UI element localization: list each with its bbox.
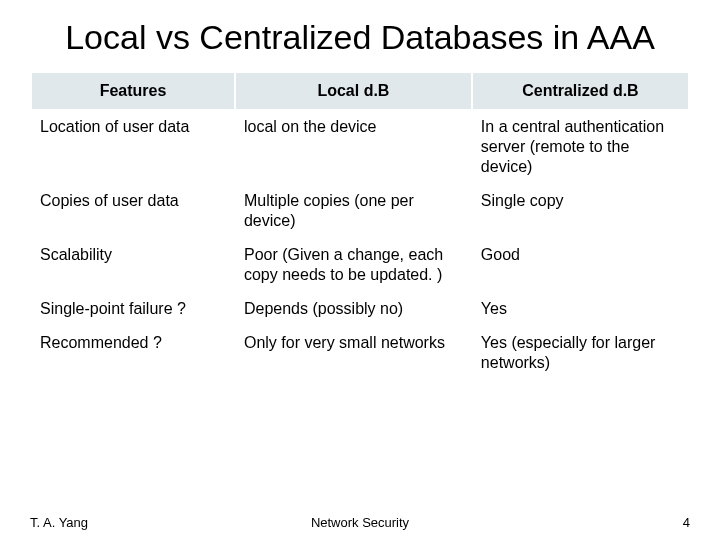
- footer-topic: Network Security: [311, 515, 409, 530]
- cell-feature: Scalability: [31, 238, 235, 292]
- slide-title: Local vs Centralized Databases in AAA: [30, 18, 690, 57]
- col-header-features: Features: [31, 72, 235, 110]
- table-row: Recommended ? Only for very small networ…: [31, 326, 689, 380]
- footer-page-number: 4: [683, 515, 690, 530]
- cell-feature: Recommended ?: [31, 326, 235, 380]
- cell-central: Single copy: [472, 184, 689, 238]
- cell-central: Good: [472, 238, 689, 292]
- cell-local: Multiple copies (one per device): [235, 184, 472, 238]
- cell-central: Yes (especially for larger networks): [472, 326, 689, 380]
- footer-author: T. A. Yang: [30, 515, 88, 530]
- cell-feature: Single-point failure ?: [31, 292, 235, 326]
- cell-central: In a central authentication server (remo…: [472, 110, 689, 184]
- col-header-central: Centralized d.B: [472, 72, 689, 110]
- cell-local: Depends (possibly no): [235, 292, 472, 326]
- cell-feature: Location of user data: [31, 110, 235, 184]
- table-row: Single-point failure ? Depends (possibly…: [31, 292, 689, 326]
- table-row: Scalability Poor (Given a change, each c…: [31, 238, 689, 292]
- cell-local: Only for very small networks: [235, 326, 472, 380]
- table-row: Location of user data local on the devic…: [31, 110, 689, 184]
- slide: Local vs Centralized Databases in AAA Fe…: [0, 0, 720, 540]
- comparison-table: Features Local d.B Centralized d.B Locat…: [30, 71, 690, 381]
- table-row: Copies of user data Multiple copies (one…: [31, 184, 689, 238]
- col-header-local: Local d.B: [235, 72, 472, 110]
- cell-local: Poor (Given a change, each copy needs to…: [235, 238, 472, 292]
- cell-central: Yes: [472, 292, 689, 326]
- slide-footer: T. A. Yang Network Security 4: [30, 515, 690, 530]
- cell-feature: Copies of user data: [31, 184, 235, 238]
- cell-local: local on the device: [235, 110, 472, 184]
- table-header-row: Features Local d.B Centralized d.B: [31, 72, 689, 110]
